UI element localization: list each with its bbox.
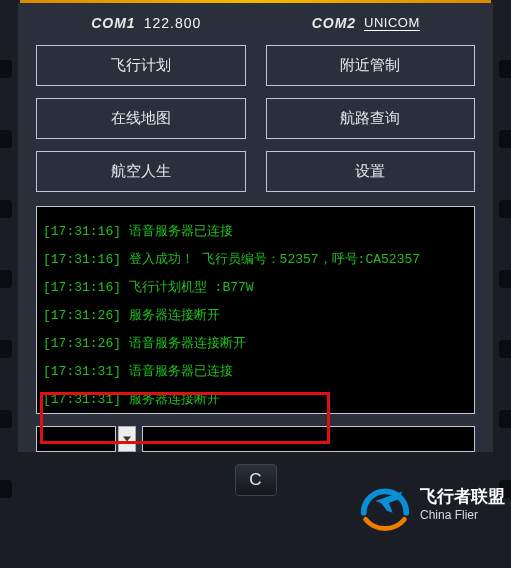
message-log: [17:31:16] 语音服务器已连接 [17:31:16] 登入成功！ 飞行员… (36, 206, 475, 414)
nearby-atc-button[interactable]: 附近管制 (266, 45, 476, 86)
log-line: [17:31:31] 语音服务器已连接 (43, 365, 468, 379)
com2-group: COM2 UNICOM (312, 15, 420, 31)
com1-group: COM1 122.800 (91, 15, 201, 31)
log-line: [17:31:16] 飞行计划机型 :B77W (43, 281, 468, 295)
left-bezel-knobs (0, 40, 16, 568)
watermark-text-en: China Flier (420, 508, 505, 522)
callsign-input[interactable] (36, 426, 116, 452)
command-input[interactable] (142, 426, 475, 452)
com1-label: COM1 (91, 15, 135, 31)
online-map-button[interactable]: 在线地图 (36, 98, 246, 139)
key-c-button[interactable]: C (235, 464, 277, 496)
log-line: [17:31:31] 服务器连接断开 (43, 393, 468, 407)
route-query-button[interactable]: 航路查询 (266, 98, 476, 139)
log-line: [17:31:16] 登入成功！ 飞行员编号：52357，呼号:CA52357 (43, 253, 468, 267)
right-bezel-knobs (495, 40, 511, 568)
command-input-row (36, 426, 475, 452)
caret-down-icon (123, 436, 131, 442)
aviation-life-button[interactable]: 航空人生 (36, 151, 246, 192)
log-line: [17:31:16] 语音服务器已连接 (43, 225, 468, 239)
keypad-row: C (0, 464, 511, 496)
callsign-dropdown-button[interactable] (118, 426, 136, 452)
main-panel: COM1 122.800 COM2 UNICOM 飞行计划 附近管制 在线地图 … (18, 3, 493, 452)
com-radio-row: COM1 122.800 COM2 UNICOM (36, 9, 475, 45)
com2-label: COM2 (312, 15, 356, 31)
flight-plan-button[interactable]: 飞行计划 (36, 45, 246, 86)
log-line: [17:31:26] 语音服务器连接断开 (43, 337, 468, 351)
com1-frequency: 122.800 (144, 15, 202, 31)
com2-frequency: UNICOM (364, 15, 420, 31)
log-line: [17:31:26] 服务器连接断开 (43, 309, 468, 323)
menu-button-grid: 飞行计划 附近管制 在线地图 航路查询 航空人生 设置 (36, 45, 475, 192)
settings-button[interactable]: 设置 (266, 151, 476, 192)
